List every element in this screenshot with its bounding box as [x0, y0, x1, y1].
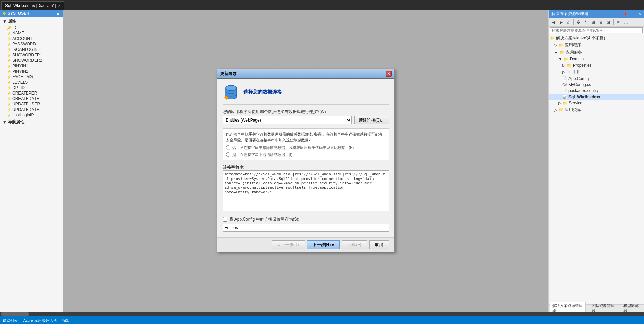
expand-arrow-ref: ▷	[562, 70, 565, 74]
prop-SHOWORDER2: ⚡ SHOWORDER2	[0, 58, 63, 63]
close-icon[interactable]: ✕	[638, 12, 641, 16]
sol-item-appservice[interactable]: ▼ 📁 应用服务	[549, 49, 644, 56]
maximize-icon[interactable]: □	[634, 12, 636, 16]
field-icon: ⚡	[7, 102, 11, 106]
cancel-button[interactable]: 取消	[369, 240, 389, 249]
toolbar-sep1	[573, 19, 574, 25]
properties-button[interactable]: ≡	[615, 19, 622, 26]
right-panel-header: 解决方案资源管理器 📌 — □ ✕	[549, 10, 644, 18]
status-output[interactable]: 输出	[62, 318, 70, 323]
sol-label-myconfig: MyConfig.cs	[568, 82, 591, 87]
prop-UPDATEDATE: ⚡ UPDATEDATE	[0, 107, 63, 112]
active-tab[interactable]: Sql_Wkdb.edmx [Diagram1] ×	[1, 1, 64, 10]
sol-item-applib[interactable]: ▷ 📁 应用类库	[549, 106, 644, 113]
modal-close-button[interactable]: ✕	[386, 71, 392, 77]
status-azure[interactable]: Azure 应用服务活动	[23, 318, 57, 323]
collapse-button[interactable]: ⊠	[605, 19, 612, 26]
sol-label-service: Service	[569, 101, 582, 105]
properties-label[interactable]: ▼ 属性	[0, 18, 63, 25]
sol-label-ref: 引用	[571, 69, 579, 75]
filter-button[interactable]: ⊞	[590, 19, 597, 26]
sol-label-edmx: Sql_Wkdb.edmx	[568, 95, 600, 99]
connection-dropdown[interactable]: Entities (WebPage)	[223, 116, 352, 124]
new-connection-button[interactable]: 新建连接(C)...	[354, 116, 389, 124]
home-button[interactable]: ⌂	[565, 19, 572, 26]
navigation-label[interactable]: ▼ 导航属性	[0, 118, 63, 126]
prop-PASSWORD: ⚡ PASSWORD	[0, 41, 63, 47]
collapse-arrow: ▼	[3, 19, 7, 24]
edmx-icon: 📊	[562, 95, 567, 99]
radio-no[interactable]	[226, 145, 230, 150]
dropdown-row: Entities (WebPage) 新建连接(C)...	[223, 116, 389, 124]
pkgconfig-icon: 📄	[562, 89, 567, 93]
active-tab-label: Sql_Wkdb.edmx [Diagram1]	[5, 3, 56, 8]
save-config-checkbox[interactable]	[223, 217, 227, 222]
field-icon: ⚡	[7, 113, 11, 117]
prop-PINYIN2: ⚡ PINYIN2	[0, 69, 63, 74]
tab-close-icon[interactable]: ×	[58, 4, 60, 8]
expand-arrow-lib: ▷	[554, 108, 557, 112]
sol-item-service[interactable]: ▷ 📁 Service	[549, 100, 644, 106]
sol-item-appconfig[interactable]: 📄 App.Config	[549, 75, 644, 82]
status-errors[interactable]: 错误列表	[3, 318, 18, 323]
prev-button[interactable]: « 上一步(D)	[272, 240, 305, 249]
tab-team-explorer[interactable]: 团队资源管理器	[590, 302, 618, 312]
sol-label-properties: Properties	[573, 63, 592, 68]
field-icon: ⚡	[7, 108, 11, 112]
field-icon: ⚡	[7, 31, 11, 35]
field-icon: ⚡	[7, 37, 11, 41]
toolbar-sep2	[613, 19, 614, 25]
update-wizard-modal: 更新向导 ✕	[217, 69, 395, 252]
sol-item-domain[interactable]: ▼ 📁 Domain	[549, 56, 644, 62]
prop-UPDATEUSER: ⚡ UPDATEUSER	[0, 101, 63, 107]
prop-SHOWORDER1: ⚡ SHOWORDER1	[0, 52, 63, 58]
finish-button[interactable]: 完成(F)	[342, 240, 367, 249]
tab-model-browser[interactable]: 模型浏览器	[621, 302, 643, 312]
field-icon: ⚡	[7, 81, 11, 84]
connection-question-label: 您的应用程序应使用哪个数据连接与数据库进行连接?(W)	[223, 109, 389, 115]
conn-string-label: 连接字符串:	[223, 165, 389, 170]
next-button[interactable]: 下一步(N) »	[307, 240, 340, 249]
more-button[interactable]: …	[622, 19, 629, 26]
tab-bar: Sql_Wkdb.edmx [Diagram1] ×	[0, 0, 644, 10]
radio-yes-row: 是，在连接字串中包括敏感数据。(I)	[226, 152, 386, 158]
tab-solution-explorer[interactable]: 解决方案资源管理器	[550, 302, 586, 312]
sol-item-edmx[interactable]: 📊 Sql_Wkdb.edmx	[549, 94, 644, 100]
sensitivity-text: 此连接字串似乎包含连接数据库所需的敏感数据(例如密码)。在连接字串中存储敏感数据…	[226, 131, 386, 143]
modal-header-title: 选择您的数据连接	[243, 89, 282, 95]
prop-ISCANLOGIN: ⚡ ISCANLOGIN	[0, 47, 63, 52]
radio-yes[interactable]	[226, 152, 230, 157]
expand-button[interactable]: ⊟	[598, 19, 604, 26]
pin-icon[interactable]: 📌	[622, 12, 627, 16]
sol-item-packages[interactable]: 📄 packages.config	[549, 88, 644, 94]
solution-label: 解决方案'wkmvc'(4 个项目)	[556, 35, 605, 41]
right-panel-toolbar: ◀ ▶ ⌂ ⚙ ↻ ⊞ ⊟ ⊠ ≡ …	[549, 18, 644, 27]
field-icon: ⚡	[7, 75, 11, 79]
solution-root[interactable]: 📁 解决方案'wkmvc'(4 个项目)	[549, 34, 644, 42]
minimize-icon[interactable]: —	[629, 12, 633, 16]
horizontal-scrollbar[interactable]	[0, 312, 644, 316]
modal-body: 选择您的数据连接 您的应用程序应使用哪个数据连接与数据库进行连接?(W) Ent…	[217, 79, 394, 237]
sol-item-properties[interactable]: ▷ 📁 Properties	[549, 62, 644, 68]
conn-string-textarea[interactable]	[223, 170, 389, 211]
h-scrollbar-thumb[interactable]	[1, 312, 29, 316]
field-icon: ⚡	[7, 59, 11, 62]
config-icon: 📄	[562, 76, 567, 81]
field-icon: ⚡	[7, 48, 11, 52]
key-icon: 🔑	[7, 26, 11, 30]
right-panel-bottom: 解决方案资源管理器 团队资源管理器 模型浏览器	[549, 304, 644, 312]
forward-button[interactable]: ▶	[558, 19, 564, 26]
sol-item-ref[interactable]: ▷ ⊞ 引用	[549, 68, 644, 75]
prop-CREATEPER: ⚡ CREATEPER	[0, 90, 63, 96]
save-config-input[interactable]	[223, 224, 389, 232]
settings-button[interactable]: ⚙	[575, 19, 582, 26]
back-button[interactable]: ◀	[550, 19, 557, 26]
field-icon: ⚡	[7, 86, 11, 90]
database-icon	[223, 84, 239, 100]
prop-FACE_IMG: ⚡ FACE_IMG	[0, 74, 63, 80]
sol-item-app[interactable]: ▷ 📁 应用程序	[549, 42, 644, 49]
sol-item-myconfig[interactable]: C# MyConfig.cs	[549, 82, 644, 88]
refresh-button[interactable]: ↻	[582, 19, 589, 26]
solution-search-input[interactable]	[550, 27, 643, 33]
collapse-icon[interactable]: ▲	[56, 11, 60, 16]
